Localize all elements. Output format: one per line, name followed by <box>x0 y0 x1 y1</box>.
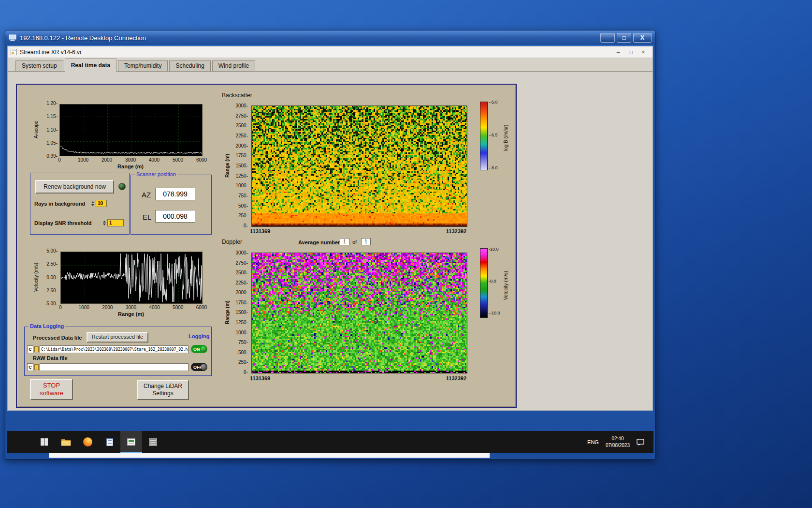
scanner-position-title: Scanner position <box>135 171 177 177</box>
raw-browse-icon[interactable] <box>34 364 39 370</box>
processed-logging-toggle[interactable]: ON <box>191 345 207 353</box>
average-of-label: of <box>352 239 357 245</box>
change-lidar-settings-label: Change LiDARSettings <box>144 383 182 397</box>
rays-spinner[interactable] <box>90 200 95 207</box>
velocity-plot <box>60 252 203 304</box>
desktop: { "rdp_window": { "title": "192.168.0.12… <box>0 0 812 508</box>
processed-path-input[interactable]: C:\Lidar\Data\Proc\2023\202308\20230807\… <box>40 345 188 353</box>
ascope-plot <box>59 104 203 156</box>
app-close-button[interactable]: × <box>637 47 650 58</box>
doppler-heatmap <box>251 253 467 374</box>
velocity-x-tick: 3000 <box>123 305 139 310</box>
ascope-y-tick: 1.15 <box>46 114 58 119</box>
app-title: StreamLine XR v14-6.vi <box>20 49 612 56</box>
app-restore-button[interactable]: □ <box>624 47 637 58</box>
rdp-titlebar[interactable]: 192.168.0.122 - Remote Desktop Connectio… <box>5 30 655 45</box>
az-value-field[interactable]: 078.999 <box>155 188 195 200</box>
backscatter-x-end: 1132392 <box>437 228 466 234</box>
tab-temp-humidity[interactable]: Temp/humidity <box>118 60 168 71</box>
processed-drive-selector[interactable]: C <box>27 345 33 353</box>
logging-label: Logging <box>188 333 209 339</box>
backscatter-y-tick: 2250 <box>235 133 248 138</box>
app-client-area: A-scope 1.201.151.101.050.99 01000200030… <box>8 72 652 410</box>
firefox-button[interactable] <box>77 431 99 453</box>
streamline-app-icon <box>127 438 135 446</box>
backscatter-x-start: 1131369 <box>250 228 270 234</box>
backscatter-y-tick: 0 <box>244 223 248 228</box>
backscatter-colorbar <box>480 102 488 170</box>
ascope-x-tick: 1000 <box>75 157 91 163</box>
notification-icon[interactable] <box>637 438 645 446</box>
backscatter-y-ticks: 3000275025002250200017501500125010007505… <box>232 103 248 228</box>
raw-drive-selector[interactable]: C <box>27 363 33 371</box>
renew-background-button[interactable]: Renew background now <box>35 180 114 194</box>
close-button[interactable]: X <box>633 33 652 43</box>
backscatter-y-axis-label: Range (m) <box>225 105 232 226</box>
average-total-field[interactable]: 1 <box>361 238 371 245</box>
ascope-y-tick: 1.05 <box>46 140 58 146</box>
taskbar-tray: ENG 02:40 07/08/2023 <box>587 435 653 448</box>
el-label: EL <box>143 213 151 221</box>
backscatter-y-tick: 2500 <box>235 123 248 128</box>
el-value-field[interactable]: 000.098 <box>155 210 195 223</box>
processed-browse-icon[interactable] <box>34 346 39 352</box>
raw-path-input[interactable] <box>40 363 188 371</box>
scan-scheduler-button[interactable] <box>142 431 164 453</box>
average-number-field[interactable]: 1 <box>340 238 349 245</box>
backscatter-y-tick: 750 <box>238 193 248 198</box>
stop-software-button[interactable]: STOPsoftware <box>30 379 73 400</box>
streamline-app-window: StreamLine XR v14-6.vi – □ × System setu… <box>7 46 653 411</box>
backscatter-y-tick: 2750 <box>235 113 248 119</box>
snr-value-field[interactable]: 1 <box>107 219 124 226</box>
tab-system-setup[interactable]: System setup <box>15 60 63 71</box>
velocity-y-tick: 0.00 <box>46 275 58 280</box>
doppler-x-start: 1131369 <box>250 375 270 381</box>
velocity-x-ticks: 0100020003000400050006000 <box>52 305 210 310</box>
notepad-button[interactable] <box>99 431 120 453</box>
restart-processed-file-button[interactable]: Restart processed file <box>87 332 148 343</box>
document-icon <box>106 438 113 446</box>
stop-software-label: STOPsoftware <box>40 382 63 398</box>
app-titlebar[interactable]: StreamLine XR v14-6.vi – □ × <box>8 46 652 58</box>
ascope-y-axis-label: A-scope <box>33 104 40 155</box>
snr-threshold-label: Display SNR threshold <box>34 220 92 226</box>
tab-scheduling[interactable]: Scheduling <box>169 60 210 71</box>
streamline-app-button[interactable] <box>120 431 142 453</box>
velocity-y-axis-label: Velocity (m/s) <box>33 252 40 303</box>
taskbar-clock[interactable]: 02:40 07/08/2023 <box>606 435 630 448</box>
rdp-window: 192.168.0.122 - Remote Desktop Connectio… <box>5 30 655 460</box>
backscatter-y-tick: 2000 <box>235 143 248 149</box>
minimize-button[interactable]: – <box>600 33 615 43</box>
backscatter-title: Backscatter <box>222 92 252 99</box>
ascope-x-tick: 0 <box>51 157 68 163</box>
maximize-button[interactable]: □ <box>617 33 631 43</box>
doppler-y-tick: 1500 <box>235 310 248 315</box>
snr-spinner[interactable] <box>102 219 106 226</box>
velocity-y-tick: -2.50 <box>45 288 58 293</box>
ascope-x-tick: 3000 <box>122 157 139 163</box>
folder-icon <box>61 438 71 446</box>
raw-logging-toggle[interactable]: OFF <box>191 363 207 371</box>
backscatter-colorbar-tick: -6.5 <box>489 133 498 137</box>
velocity-y-tick: 5.00 <box>46 248 58 254</box>
doppler-y-tick: 2000 <box>235 290 248 295</box>
velocity-x-axis-label: Range (m) <box>60 311 202 317</box>
scanner-position-box: Scanner position AZ 078.999 EL 000.098 <box>130 175 212 235</box>
raw-data-file-label: RAW Data file <box>33 355 68 361</box>
velocity-x-tick: 4000 <box>146 305 163 310</box>
doppler-y-tick: 750 <box>238 340 248 345</box>
app-minimize-button[interactable]: – <box>612 47 624 58</box>
language-indicator[interactable]: ENG <box>587 439 599 445</box>
tab-real-time-data[interactable]: Real time data <box>65 59 116 72</box>
velocity-x-tick: 0 <box>52 305 69 310</box>
rays-value-field[interactable]: 10 <box>96 200 107 207</box>
start-button[interactable] <box>33 431 55 453</box>
doppler-colorbar-tick: -10.0 <box>489 311 500 315</box>
change-lidar-settings-button[interactable]: Change LiDARSettings <box>137 380 189 400</box>
backscatter-y-tick: 1500 <box>235 163 248 168</box>
tab-wind-profile[interactable]: Wind profile <box>212 60 255 71</box>
doppler-y-tick: 0 <box>244 370 248 375</box>
backscatter-colorbar-tick: -8.0 <box>489 165 498 170</box>
tab-bar: System setup Real time data Temp/humidit… <box>8 58 652 72</box>
file-explorer-button[interactable] <box>55 431 77 453</box>
